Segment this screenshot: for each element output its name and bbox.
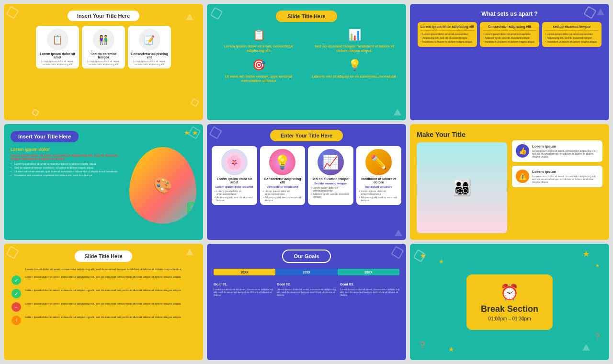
col-3-item-2: •Adipiscing elit, sed do eiusmod tempor: [545, 36, 599, 39]
card5-4-b2: Adipiscing elit, sed do eiusmod tempor: [359, 196, 399, 202]
deco-box-s2-1: [210, 7, 223, 20]
card5-1-img: 🌸: [221, 149, 248, 175]
feature-2-icon: 📊: [348, 29, 361, 41]
timeline-bar-2: 20XX: [275, 269, 337, 275]
check-item-2: ✓ Lorem ipsum dolor sit amet, consectetu…: [11, 289, 195, 298]
card-3-text: Lorem ipsum dolor sit amet, consectetur …: [131, 60, 168, 66]
check-text-3: Lorem ipsum dolor sit amet, consectetur …: [25, 302, 195, 305]
slide-3: What sets us apart ? Lorem ipsum dolor a…: [410, 4, 609, 120]
deco-star-4: ★: [595, 263, 600, 268]
card5-1-b2: Adipiscing elit, sed do eiusmod tempor: [215, 196, 254, 202]
graph-img: 📈: [318, 149, 344, 175]
goal-1-title: Goal 01.: [214, 282, 273, 286]
feature-4-title: Laboris nisi ut aliquip ex ea commodo co…: [312, 74, 397, 79]
slide-5-card-4: ✏️ Incididunt ut labore et dolore Incidi…: [356, 146, 402, 205]
timeline-item-2: 20XX: [275, 269, 337, 277]
check-item-4: ! Lorem ipsum dolor sit amet, consectetu…: [11, 316, 195, 325]
slide-5: Enter Your Title Here 🌸 Lorem ipsum dolo…: [207, 124, 406, 240]
slide-3-cols: Lorem ipsum dolor adipiscing elit •Lorem…: [418, 22, 602, 47]
info-title-1: Lorem ipsum: [532, 144, 599, 148]
bulb-img: 💡: [269, 149, 295, 175]
col-2-item-1: •Lorem ipsum dolor sit amet,consectetur: [483, 33, 536, 35]
check-icon-4: !: [11, 316, 21, 325]
slide-8: Our Goals 20XX 20XX 20XX Goal 01. Lorem …: [207, 244, 406, 360]
slide-4-bullet-1: Lorem ipsum dolor sit amet consectetur l…: [11, 162, 125, 165]
slide-1-card-1: 📋 Lorem ipsum dolor sit amet Lorem ipsum…: [36, 26, 79, 68]
feature-1-title: Lorem ipsum dolor sit amet, consectetur …: [215, 44, 303, 53]
slide-4-red-text: Lorem ipsum dolor sit amet, consectetur …: [11, 154, 125, 160]
card5-4-bullets: Lorem ipsum dolor sit amet,consectetur A…: [359, 190, 399, 202]
deco-box-s8: [391, 246, 404, 259]
card5-2-img: 💡: [269, 149, 295, 175]
slide-8-timeline: 20XX 20XX 20XX: [214, 269, 399, 277]
card-2-icon: 👫: [93, 29, 114, 50]
slide-9-title: Break Section: [481, 304, 538, 314]
deco-tri-s2: [394, 109, 401, 115]
deco-tri-s3: [597, 9, 604, 15]
col-1-title: Lorem ipsum dolor adipiscing elit: [420, 25, 474, 28]
feature-4: 💡 Laboris nisi ut aliquip ex ea commodo …: [310, 59, 398, 84]
card5-4-img: ✏️: [365, 149, 392, 175]
slide-5-title: Enter Your Title Here: [270, 130, 343, 141]
card5-1-sub: Lorem ipsum dolor sit amet: [216, 185, 253, 188]
col-3-item-1: •Lorem ipsum dolor sit amet,consectetur: [545, 33, 599, 35]
slide-5-card-3: 📈 Sed do eiusmod tempor Sed do eiusmod t…: [308, 146, 353, 205]
slide-1-card-3: 📝 Consectetur adipiscing elit Lorem ipsu…: [128, 26, 171, 68]
slide-2-title: Slide Title Here: [276, 11, 337, 22]
slide-6-image: 👨‍👩‍👧‍👦: [417, 142, 507, 234]
feature-4-icon: 💡: [348, 59, 361, 71]
slide-2: Slide Title Here 📋 Lorem ipsum dolor sit…: [207, 4, 406, 120]
card5-3-img: 📈: [318, 149, 344, 175]
slide-4-bullet-3: Ut enim ad minim veniam, quis nostrud ex…: [11, 170, 125, 173]
slide-5-card-2: 💡 Consectetur adipiscing elit Consectetu…: [260, 146, 306, 205]
slide-4-bullet-2: Sed do eiusmod tempor incididunt, ut lab…: [11, 166, 125, 169]
feature-2-title: Sed do eiusmod tempor incididunt ut labo…: [310, 44, 398, 53]
slide-8-goals: Goal 01. Lorem ipsum dolor sit amet, con…: [214, 282, 399, 296]
info-block-1: 👍 Lorem ipsum Lorem ipsum dolor sit amet…: [512, 140, 602, 162]
slide-4-bullets: Lorem ipsum dolor sit amet consectetur l…: [11, 162, 125, 177]
check-text-1: Lorem ipsum dolor sit amet, consectetur …: [25, 275, 195, 278]
deco-star-3: ★: [582, 249, 590, 259]
col-card-2: Consectetur adipiscing elit •Lorem ipsum…: [480, 22, 539, 47]
slide-4-content: Lorem ipsum dolor Lorem ipsum dolor sit …: [11, 147, 196, 224]
deco-stars-s4: ★ ★: [184, 129, 198, 136]
col-card-1: Lorem ipsum dolor adipiscing elit •Lorem…: [418, 22, 477, 47]
col-2-item-3: •Incididunt ut labore et dolore magna al…: [483, 40, 536, 43]
card5-3-title: Sed do eiusmod tempor: [311, 177, 350, 181]
col-card-3: sed do eiusmod tempor •Lorem ipsum dolor…: [542, 22, 602, 47]
col-3-title: sed do eiusmod tempor: [545, 25, 599, 28]
check-text-2: Lorem ipsum dolor sit amet, consectetur …: [25, 289, 195, 292]
pencils-img: ✏️: [365, 149, 392, 175]
slide-5-card-1: 🌸 Lorem ipsum dolor sit amet Lorem ipsum…: [212, 146, 257, 205]
family-img: 👨‍👩‍👧‍👦: [417, 142, 507, 234]
goal-3-text: Lorem ipsum dolor sit amet, consectetur …: [340, 288, 399, 296]
card-2-title: Sed do eiusmod tempor: [85, 52, 122, 59]
deco-tri-s9: [582, 344, 590, 351]
deco-question-1: ?: [420, 340, 425, 351]
slides-grid: Insert Your Title Here 📋 Lorem ipsum dol…: [0, 0, 613, 364]
slide-4-subtitle: Lorem ipsum dolor: [11, 147, 125, 152]
card5-2-sub: Consectetur adipiscing: [267, 185, 298, 188]
feature-3-title: Ut enim ad minim veniam, quis nostrud ex…: [215, 74, 303, 83]
card5-1-b1: Lorem ipsum dolor sit amet,consectetur: [215, 190, 254, 195]
slide-5-cards: 🌸 Lorem ipsum dolor sit amet Lorem ipsum…: [212, 146, 401, 205]
info-title-2: Lorem ipsum: [532, 170, 599, 174]
timeline-bar-3: 20XX: [338, 269, 399, 275]
card-1-icon: 📋: [47, 29, 68, 50]
info-block-2: ⚠️ Lorem ipsum Lorem ipsum dolor sit ame…: [512, 166, 602, 187]
goal-1-text: Lorem ipsum dolor sit amet, consectetur …: [214, 288, 273, 296]
col-1-item-1: •Lorem ipsum dolor sit amet,consectetur: [420, 33, 474, 35]
slide-6: Make Your Title 👨‍👩‍👧‍👦 👍 Lorem ipsum Lo…: [410, 124, 609, 240]
timeline-item-3: 20XX: [338, 269, 399, 277]
check-text-4: Lorem ipsum dolor sit amet, consectetur …: [25, 316, 195, 318]
timeline-bar-1: 20XX: [214, 269, 275, 275]
slide-9-time: 01:00pm – 01:30pm: [481, 316, 538, 321]
col-2-title: Consectetur adipiscing elit: [483, 25, 536, 28]
goal-col-3: Goal 03. Lorem ipsum dolor sit amet, con…: [340, 282, 399, 296]
goal-col-1: Goal 01. Lorem ipsum dolor sit amet, con…: [214, 282, 273, 296]
col-1-items: •Lorem ipsum dolor sit amet,consectetur …: [420, 33, 474, 43]
info-icon-2: ⚠️: [516, 170, 529, 183]
card5-4-title: Incididunt ut labore et dolore: [359, 177, 399, 184]
col-2-divider: [483, 30, 536, 31]
card5-4-sub: Incididunt ut labore: [365, 185, 392, 188]
